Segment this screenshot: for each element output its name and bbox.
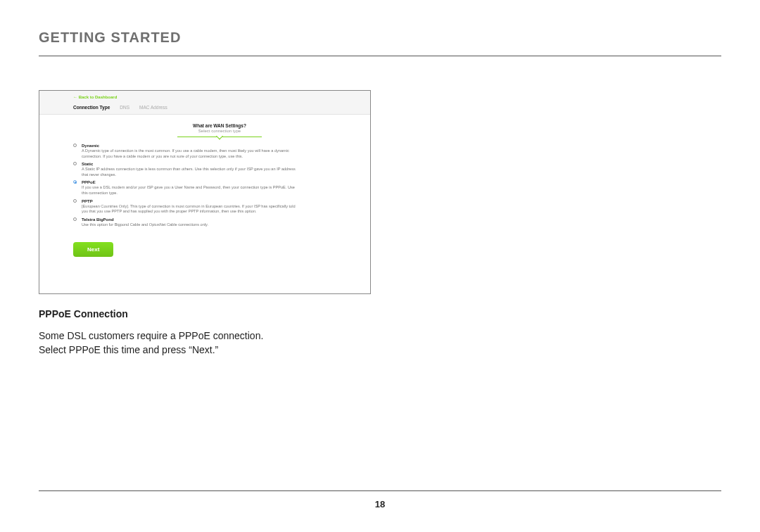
option-static[interactable]: Static A Static IP address connection ty… bbox=[82, 161, 357, 177]
radio-static[interactable] bbox=[73, 162, 77, 165]
option-pppoe[interactable]: PPPoE If you use a DSL modem and/or your… bbox=[82, 179, 357, 196]
caption-line-2: Select PPPoE this time and press “Next.” bbox=[39, 344, 218, 355]
tab-bar: Connection Type DNS MAC Address bbox=[73, 105, 370, 114]
divider-bottom bbox=[39, 490, 721, 491]
options-list: Dynamic A Dynamic type of connection is … bbox=[82, 143, 357, 227]
page-number: 18 bbox=[0, 499, 760, 509]
back-to-dashboard-link[interactable]: ← Back to Dashboard bbox=[73, 95, 370, 99]
caption-body: Some DSL customers require a PPPoE conne… bbox=[39, 329, 721, 357]
next-button[interactable]: Next bbox=[73, 242, 113, 257]
prompt-underline bbox=[177, 134, 262, 137]
option-telstra[interactable]: Telstra BigPond Use this option for Bigp… bbox=[82, 217, 357, 228]
screenshot-header: ← Back to Dashboard Connection Type DNS … bbox=[39, 91, 370, 115]
embedded-screenshot: ← Back to Dashboard Connection Type DNS … bbox=[39, 90, 371, 294]
option-static-label: Static bbox=[82, 161, 357, 167]
radio-pptp[interactable] bbox=[73, 199, 77, 203]
prompt-area: What are WAN Settings? Select connection… bbox=[149, 123, 290, 137]
option-dynamic-desc: A Dynamic type of connection is the most… bbox=[82, 148, 300, 159]
radio-pppoe[interactable] bbox=[73, 180, 77, 184]
option-pptp-label: PPTP bbox=[82, 198, 357, 204]
option-dynamic-label: Dynamic bbox=[82, 143, 357, 148]
caption-line-1: Some DSL customers require a PPPoE conne… bbox=[39, 330, 263, 341]
radio-dynamic[interactable] bbox=[73, 144, 77, 147]
caption-title: PPPoE Connection bbox=[39, 308, 721, 319]
option-pptp-desc: [European Countries Only]. This type of … bbox=[82, 204, 300, 215]
tab-mac-address[interactable]: MAC Address bbox=[139, 105, 167, 114]
tab-dns[interactable]: DNS bbox=[120, 105, 129, 114]
tab-connection-type[interactable]: Connection Type bbox=[73, 105, 110, 114]
option-pppoe-desc: If you use a DSL modem and/or your ISP g… bbox=[82, 185, 300, 196]
option-telstra-desc: Use this option for Bigpond Cable and Op… bbox=[82, 222, 300, 228]
page-title: GETTING STARTED bbox=[39, 30, 721, 56]
option-pppoe-label: PPPoE bbox=[82, 179, 357, 185]
option-dynamic[interactable]: Dynamic A Dynamic type of connection is … bbox=[82, 143, 357, 159]
divider-top bbox=[39, 56, 721, 56]
option-pptp[interactable]: PPTP [European Countries Only]. This typ… bbox=[82, 198, 357, 215]
prompt-title: What are WAN Settings? bbox=[149, 123, 290, 128]
option-telstra-label: Telstra BigPond bbox=[82, 217, 357, 222]
screenshot-body: What are WAN Settings? Select connection… bbox=[39, 115, 370, 265]
radio-telstra[interactable] bbox=[73, 217, 77, 221]
option-static-desc: A Static IP address connection type is l… bbox=[82, 167, 300, 177]
